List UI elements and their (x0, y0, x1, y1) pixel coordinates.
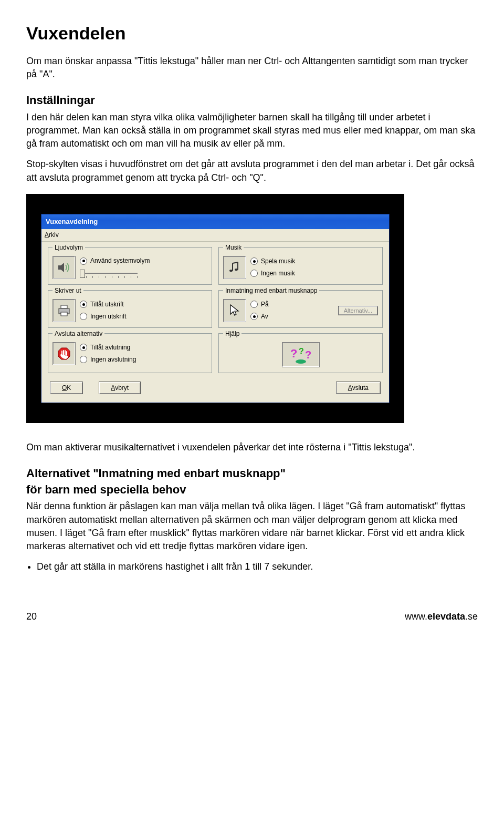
radio-label: Av (261, 312, 268, 321)
printer-icon (52, 299, 76, 322)
svg-text:?: ? (299, 347, 304, 356)
radio-tillat-utskrift[interactable]: Tillåt utskrift (80, 300, 127, 309)
radio-av[interactable]: Av (250, 312, 269, 321)
ok-button[interactable]: OK (50, 382, 83, 394)
speaker-icon (52, 256, 76, 279)
window-titlebar[interactable]: Vuxenavdelning (41, 214, 389, 229)
screenshot-frame: Vuxenavdelning AArkivrkiv Ljudvolym (26, 194, 404, 423)
volume-slider[interactable] (80, 269, 138, 278)
radio-systemvolym[interactable]: Använd systemvolym (80, 256, 150, 265)
radio-dot-icon (80, 258, 87, 265)
heading-alternativet: Alternativet "Inmatning med enbart muskn… (26, 466, 478, 498)
svg-point-11 (296, 359, 306, 364)
paragraph-music-note: Om man aktiverar musikalternativet i vux… (26, 441, 478, 454)
dialog-client: Ljudvolym Använd syst (41, 242, 389, 403)
window-title: Vuxenavdelning (46, 218, 98, 225)
legend-musik: Musik (223, 243, 244, 252)
radio-ingen-avslutning[interactable]: Ingen avslutning (80, 355, 136, 364)
svg-marker-6 (230, 305, 238, 315)
page-title: Vuxendelen (26, 21, 478, 46)
radio-dot-icon (250, 301, 258, 308)
cursor-icon (223, 299, 246, 322)
group-ljudvolym: Ljudvolym Använd syst (48, 247, 212, 285)
legend-inmatning: Inmatning med enbart musknapp (223, 286, 319, 295)
radio-spela-musik[interactable]: Spela musik (250, 257, 295, 266)
heading-installningar: Inställningar (26, 92, 478, 109)
svg-point-1 (229, 270, 233, 272)
radio-label: Använd systemvolym (90, 256, 150, 265)
radio-dot-icon (250, 258, 258, 265)
radio-dot-icon (250, 270, 258, 277)
paragraph-alternativet: När denna funktion är påslagen kan man v… (26, 500, 478, 553)
music-notes-icon (223, 256, 246, 279)
legend-ljudvolym: Ljudvolym (52, 243, 85, 252)
menu-bar[interactable]: AArkivrkiv (41, 229, 389, 242)
help-icon[interactable]: ? ? ? (282, 342, 320, 367)
group-musik: Musik (218, 247, 383, 285)
svg-text:?: ? (305, 349, 311, 361)
svg-text:?: ? (290, 347, 297, 360)
paragraph-intro: Om man önskar anpassa "Tittis lekstuga" … (26, 55, 478, 81)
group-avsluta: Avsluta alternativ Tillåt avlutning (48, 333, 212, 373)
radio-dot-icon (80, 301, 87, 308)
radio-dot-icon (250, 313, 258, 320)
button-row: OK OK Avbryt Avbryt Avsluta Avsluta (48, 378, 383, 395)
page-number: 20 (26, 610, 37, 623)
svg-rect-5 (61, 312, 67, 316)
radio-tillat-avlutning[interactable]: Tillåt avlutning (80, 343, 136, 352)
list-item: Det går att ställa in markörens hastighe… (37, 560, 478, 573)
radio-label: På (261, 300, 269, 309)
dialog-window: Vuxenavdelning AArkivrkiv Ljudvolym (41, 214, 390, 403)
paragraph-installningar: I den här delen kan man styra vilka olik… (26, 111, 478, 151)
group-skriver-ut: Skriver ut Tillåt uts (48, 290, 212, 328)
legend-skriver: Skriver ut (52, 286, 83, 295)
footer-url: www.elevdata.se (405, 610, 478, 623)
legend-hjalp: Hjälp (223, 330, 242, 338)
radio-dot-icon (80, 344, 87, 351)
radio-label: Tillåt avlutning (90, 343, 130, 352)
radio-label: Tillåt utskrift (90, 300, 124, 309)
avsluta-button[interactable]: Avsluta (336, 382, 381, 394)
radio-dot-icon (80, 313, 87, 320)
avbryt-button[interactable]: Avbryt (99, 382, 141, 394)
paragraph-stopskylt: Stop-skylten visas i huvudfönstret om de… (26, 158, 478, 184)
radio-dot-icon (80, 356, 87, 363)
radio-label: Ingen musik (261, 269, 295, 278)
radio-label: Ingen avslutning (90, 355, 136, 364)
group-inmatning: Inmatning med enbart musknapp På (218, 290, 383, 328)
legend-avsluta: Avsluta alternativ (52, 330, 104, 338)
group-hjalp: Hjälp ? ? ? (218, 333, 383, 373)
svg-rect-3 (61, 305, 67, 308)
svg-point-2 (235, 269, 238, 271)
bullet-list: Det går att ställa in markörens hastighe… (26, 560, 478, 573)
radio-ingen-utskrift[interactable]: Ingen utskrift (80, 312, 127, 321)
svg-marker-0 (58, 263, 64, 272)
radio-label: Spela musik (261, 257, 295, 266)
radio-ingen-musik[interactable]: Ingen musik (250, 269, 295, 278)
stop-hand-icon (52, 342, 76, 365)
radio-pa[interactable]: På (250, 300, 269, 309)
radio-label: Ingen utskrift (90, 312, 127, 321)
alternativ-button[interactable]: Alternativ... (338, 306, 378, 315)
page-footer: 20 www.elevdata.se (26, 610, 478, 623)
